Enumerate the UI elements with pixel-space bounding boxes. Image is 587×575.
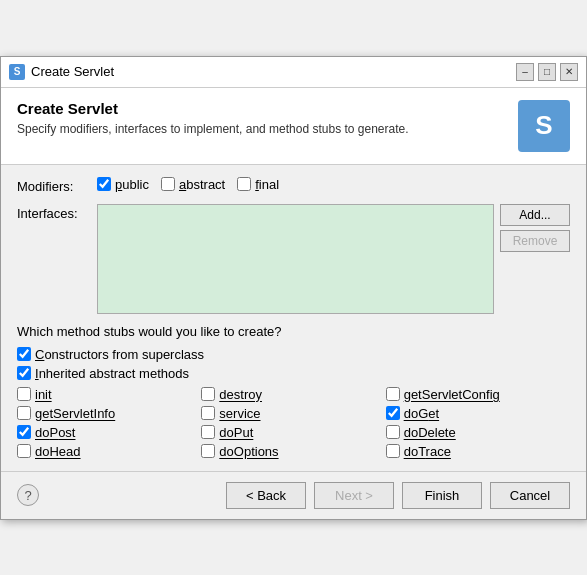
header-logo: S [518,100,570,152]
method-stubs-grid: init destroy getServletConfig getServlet… [17,387,570,459]
interfaces-label: Interfaces: [17,204,97,221]
remove-interface-button[interactable]: Remove [500,230,570,252]
method-getServletInfo-label: getServletInfo [35,406,115,421]
method-doPut-checkbox[interactable] [201,425,215,439]
method-service-checkbox[interactable] [201,406,215,420]
method-doTrace[interactable]: doTrace [386,444,570,459]
method-doGet[interactable]: doGet [386,406,570,421]
method-getServletInfo[interactable]: getServletInfo [17,406,201,421]
method-doDelete-checkbox[interactable] [386,425,400,439]
help-button[interactable]: ? [17,484,39,506]
method-doHead-label: doHead [35,444,81,459]
back-button[interactable]: < Back [226,482,306,509]
constructors-label: Constructors from superclass [35,347,204,362]
modifiers-label: Modifiers: [17,177,97,194]
constructors-checkbox[interactable] [17,347,31,361]
window-controls: – □ ✕ [516,63,578,81]
method-doPost-checkbox[interactable] [17,425,31,439]
method-getServletConfig-checkbox[interactable] [386,387,400,401]
inherited-checkbox-row[interactable]: Inherited abstract methods [17,366,570,381]
modifier-public-checkbox[interactable] [97,177,111,191]
method-stubs-label: Which method stubs would you like to cre… [17,324,570,339]
method-stubs-section: Which method stubs would you like to cre… [17,324,570,459]
constructors-checkbox-row[interactable]: Constructors from superclass [17,347,570,362]
inherited-label: Inherited abstract methods [35,366,189,381]
modifier-abstract[interactable]: abstract [161,177,225,192]
method-getServletInfo-checkbox[interactable] [17,406,31,420]
content-area: Modifiers: public abstract final Interfa… [1,165,586,471]
modifier-final-checkbox[interactable] [237,177,251,191]
method-getServletConfig-label: getServletConfig [404,387,500,402]
header-text: Create Servlet Specify modifiers, interf… [17,100,506,138]
header-title: Create Servlet [17,100,506,117]
method-doPut[interactable]: doPut [201,425,385,440]
modifiers-row: Modifiers: public abstract final [17,177,570,194]
method-destroy-checkbox[interactable] [201,387,215,401]
method-doPost[interactable]: doPost [17,425,201,440]
method-init[interactable]: init [17,387,201,402]
method-destroy-label: destroy [219,387,262,402]
header-section: Create Servlet Specify modifiers, interf… [1,88,586,165]
modifier-final[interactable]: final [237,177,279,192]
minimize-button[interactable]: – [516,63,534,81]
finish-button[interactable]: Finish [402,482,482,509]
method-destroy[interactable]: destroy [201,387,385,402]
interfaces-buttons: Add... Remove [500,204,570,252]
method-doPut-label: doPut [219,425,253,440]
interfaces-list[interactable] [97,204,494,314]
method-doTrace-label: doTrace [404,444,451,459]
header-subtitle: Specify modifiers, interfaces to impleme… [17,121,506,138]
interfaces-row: Interfaces: Add... Remove [17,204,570,314]
method-doTrace-checkbox[interactable] [386,444,400,458]
method-doGet-label: doGet [404,406,439,421]
method-doOptions-label: doOptions [219,444,278,459]
footer: ? < Back Next > Finish Cancel [1,471,586,519]
modifier-public-label: public [115,177,149,192]
title-bar: S Create Servlet – □ ✕ [1,57,586,88]
maximize-button[interactable]: □ [538,63,556,81]
method-service-label: service [219,406,260,421]
add-interface-button[interactable]: Add... [500,204,570,226]
next-button[interactable]: Next > [314,482,394,509]
method-doOptions[interactable]: doOptions [201,444,385,459]
modifiers-group: public abstract final [97,177,570,192]
method-doDelete-label: doDelete [404,425,456,440]
method-doDelete[interactable]: doDelete [386,425,570,440]
method-doPost-label: doPost [35,425,75,440]
window-title: Create Servlet [31,64,516,79]
modifier-abstract-checkbox[interactable] [161,177,175,191]
method-doHead-checkbox[interactable] [17,444,31,458]
modifier-final-label: final [255,177,279,192]
method-init-label: init [35,387,52,402]
inherited-options: Constructors from superclass Inherited a… [17,347,570,381]
method-doHead[interactable]: doHead [17,444,201,459]
close-button[interactable]: ✕ [560,63,578,81]
create-servlet-dialog: S Create Servlet – □ ✕ Create Servlet Sp… [0,56,587,520]
method-init-checkbox[interactable] [17,387,31,401]
method-service[interactable]: service [201,406,385,421]
method-doOptions-checkbox[interactable] [201,444,215,458]
window-icon: S [9,64,25,80]
method-getServletConfig[interactable]: getServletConfig [386,387,570,402]
modifier-public[interactable]: public [97,177,149,192]
cancel-button[interactable]: Cancel [490,482,570,509]
modifier-abstract-label: abstract [179,177,225,192]
inherited-checkbox[interactable] [17,366,31,380]
method-doGet-checkbox[interactable] [386,406,400,420]
